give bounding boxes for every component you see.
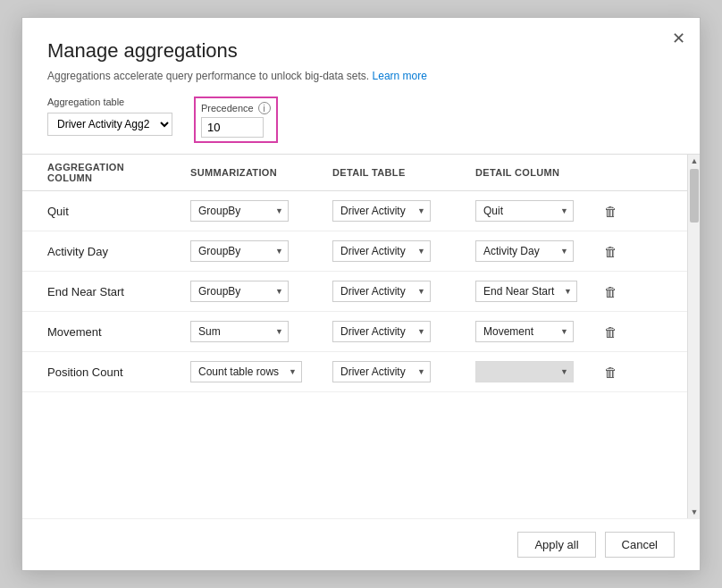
- agg-col-cell: Quit: [22, 191, 165, 231]
- table-row: Position CountCount table rows▼Driver Ac…: [22, 352, 687, 392]
- detail-column-cell: Quit▼: [450, 191, 593, 231]
- dialog-subtitle: Aggregations accelerate query performanc…: [47, 70, 675, 82]
- summarization-cell: GroupBy▼: [165, 191, 307, 231]
- detail-column-cell: ▼: [450, 352, 593, 392]
- detail-column-select[interactable]: Activity Day: [475, 240, 574, 262]
- detail-table-select[interactable]: Driver Activity: [332, 281, 431, 302]
- detail-table-cell: Driver Activity▼: [307, 352, 450, 392]
- table-header-row: AGGREGATION COLUMN SUMMARIZATION DETAIL …: [22, 155, 687, 191]
- detail-column-select[interactable]: End Near Start: [475, 281, 577, 302]
- detail-table-cell: Driver Activity▼: [307, 312, 450, 352]
- detail-column-select[interactable]: Quit: [475, 200, 574, 222]
- delete-row-button[interactable]: 🗑: [599, 202, 623, 221]
- scrollbar-track[interactable]: ▲ ▼: [687, 155, 700, 518]
- summarization-select[interactable]: GroupBy: [190, 200, 289, 222]
- delete-row-button[interactable]: 🗑: [599, 323, 623, 341]
- dialog-header: Manage aggregations Aggregations acceler…: [22, 18, 700, 97]
- scrollbar-thumb[interactable]: [690, 169, 699, 223]
- precedence-box: Precedence i: [194, 97, 278, 143]
- delete-row-button[interactable]: 🗑: [599, 242, 623, 261]
- col-header-detail-table: DETAIL TABLE: [307, 155, 450, 191]
- agg-col-cell: Movement: [22, 312, 165, 352]
- delete-cell: 🗑: [593, 312, 687, 352]
- summarization-select[interactable]: GroupBy: [190, 281, 289, 302]
- agg-col-cell: Activity Day: [22, 231, 165, 272]
- scrollbar-up-arrow[interactable]: ▲: [688, 155, 700, 167]
- table-row: QuitGroupBy▼Driver Activity▼Quit▼🗑: [22, 191, 687, 231]
- aggregations-table-container: AGGREGATION COLUMN SUMMARIZATION DETAIL …: [22, 154, 700, 518]
- detail-column-cell: Movement▼: [450, 312, 593, 352]
- dialog-footer: Apply all Cancel: [22, 518, 700, 570]
- agg-table-label: Aggregation table: [47, 97, 172, 107]
- precedence-label: Precedence: [201, 103, 254, 113]
- table-row: MovementSum▼Driver Activity▼Movement▼🗑: [22, 312, 687, 352]
- col-header-action: [593, 155, 687, 191]
- precedence-label-row: Precedence i: [201, 102, 271, 114]
- col-header-agg-column: AGGREGATION COLUMN: [22, 155, 165, 191]
- summarization-cell: GroupBy▼: [165, 231, 307, 272]
- cancel-button[interactable]: Cancel: [605, 532, 675, 558]
- delete-cell: 🗑: [593, 231, 687, 272]
- agg-table-select[interactable]: Driver Activity Agg2: [47, 113, 172, 136]
- precedence-input[interactable]: [201, 117, 264, 138]
- summarization-cell: Sum▼: [165, 312, 307, 352]
- controls-row: Aggregation table Driver Activity Agg2 P…: [22, 97, 700, 154]
- apply-all-button[interactable]: Apply all: [517, 532, 595, 558]
- detail-table-select[interactable]: Driver Activity: [332, 321, 431, 342]
- delete-cell: 🗑: [593, 272, 687, 312]
- detail-column-select[interactable]: Movement: [475, 321, 574, 342]
- detail-table-select[interactable]: Driver Activity: [332, 200, 431, 222]
- detail-table-cell: Driver Activity▼: [307, 231, 450, 272]
- agg-col-cell: Position Count: [22, 352, 165, 392]
- agg-table-group: Aggregation table Driver Activity Agg2: [47, 97, 172, 136]
- scrollbar-down-arrow[interactable]: ▼: [688, 506, 700, 518]
- summarization-select[interactable]: GroupBy: [190, 240, 289, 262]
- learn-more-link[interactable]: Learn more: [373, 70, 427, 82]
- delete-cell: 🗑: [593, 191, 687, 231]
- col-header-summarization: SUMMARIZATION: [165, 155, 307, 191]
- summarization-select[interactable]: Sum: [190, 321, 289, 342]
- delete-row-button[interactable]: 🗑: [599, 282, 623, 301]
- delete-row-button[interactable]: 🗑: [599, 363, 623, 382]
- detail-column-select[interactable]: [475, 361, 574, 382]
- detail-column-cell: Activity Day▼: [450, 231, 593, 272]
- aggregations-table: AGGREGATION COLUMN SUMMARIZATION DETAIL …: [22, 155, 687, 392]
- agg-table-select-wrapper: Driver Activity Agg2: [47, 113, 172, 136]
- delete-cell: 🗑: [593, 352, 687, 392]
- detail-table-select[interactable]: Driver Activity: [332, 240, 431, 262]
- detail-table-cell: Driver Activity▼: [307, 272, 450, 312]
- summarization-cell: Count table rows▼: [165, 352, 307, 392]
- detail-column-cell: End Near Start▼: [450, 272, 593, 312]
- dialog-title: Manage aggregations: [47, 39, 675, 63]
- close-button[interactable]: ✕: [672, 30, 685, 46]
- agg-col-cell: End Near Start: [22, 272, 165, 312]
- detail-table-cell: Driver Activity▼: [307, 191, 450, 231]
- detail-table-select[interactable]: Driver Activity: [332, 361, 431, 382]
- summarization-cell: GroupBy▼: [165, 272, 307, 312]
- manage-aggregations-dialog: ✕ Manage aggregations Aggregations accel…: [21, 17, 701, 571]
- table-row: End Near StartGroupBy▼Driver Activity▼En…: [22, 272, 687, 312]
- precedence-info-icon[interactable]: i: [258, 102, 271, 114]
- col-header-detail-column: DETAIL COLUMN: [450, 155, 593, 191]
- summarization-select[interactable]: Count table rows: [190, 361, 302, 382]
- table-row: Activity DayGroupBy▼Driver Activity▼Acti…: [22, 231, 687, 272]
